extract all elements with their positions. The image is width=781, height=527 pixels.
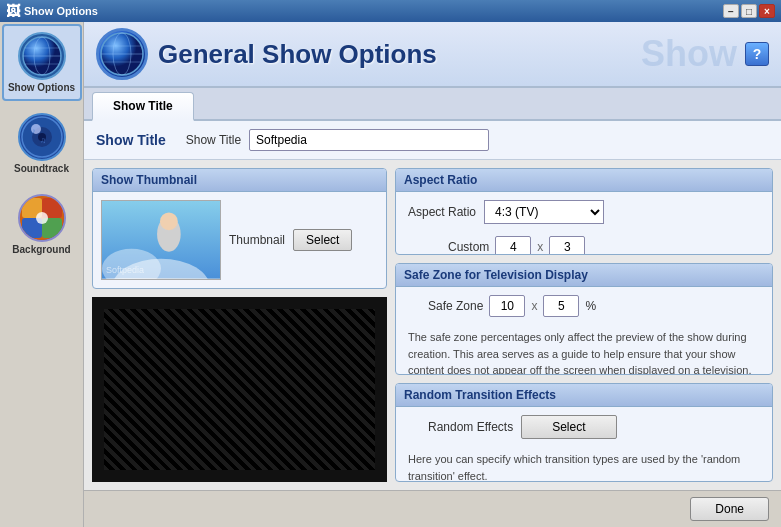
aspect-ratio-panel: Aspect Ratio Aspect Ratio 4:3 (TV) 16:9 … [395,168,773,255]
svg-point-16 [36,212,48,224]
show-title-input[interactable] [249,129,489,151]
aspect-ratio-header: Aspect Ratio [396,169,772,192]
two-col-layout: Show Thumbnail [84,160,781,490]
aspect-ratio-row: Aspect Ratio 4:3 (TV) 16:9 (HD) Custom [396,192,772,232]
thumbnail-label: Thumbnail [229,233,285,247]
done-button[interactable]: Done [690,497,769,521]
titlebar-controls: − □ × [723,4,775,18]
titlebar: 🖼 Show Options − □ × [0,0,781,22]
background-icon [18,194,66,242]
random-transition-header: Random Transition Effects [396,384,772,407]
thumbnail-area: Softpedia Thumbnail Select [93,192,386,288]
minimize-button[interactable]: − [723,4,739,18]
sidebar-label-show-options: Show Options [8,82,75,93]
soundtrack-icon: ♪ ♫ [18,113,66,161]
safe-zone-y-input[interactable] [543,295,579,317]
header-title: General Show Options [158,39,641,70]
safe-zone-header: Safe Zone for Television Display [396,264,772,287]
custom-separator: x [537,240,543,254]
safe-zone-description: The safe zone percentages only affect th… [396,325,772,375]
custom-label: Custom [448,240,489,254]
custom-y-input[interactable] [549,236,585,255]
titlebar-title: Show Options [24,5,98,17]
tab-show-title[interactable]: Show Title [92,92,194,121]
svg-text:♫: ♫ [40,136,46,145]
sidebar: Show Options ♪ ♫ Soundtrack [0,22,84,527]
random-effects-label: Random Effects [428,420,513,434]
header-globe-svg [99,31,145,77]
random-effects-row: Random Effects Select [396,407,772,447]
thumbnail-image: Softpedia [101,200,221,280]
safe-zone-label: Safe Zone [428,299,483,313]
left-column: Show Thumbnail [92,168,387,482]
main-container: Show Options ♪ ♫ Soundtrack [0,22,781,527]
softpedia-watermark: Softpedia [106,265,144,275]
sidebar-item-show-options[interactable]: Show Options [2,24,82,101]
safe-zone-row: Safe Zone x % [396,287,772,325]
show-title-bar: Show Title Show Title [84,121,781,160]
safe-zone-panel: Safe Zone for Television Display Safe Zo… [395,263,773,375]
show-options-icon [18,32,66,80]
content-area: General Show Options Show ? Show Title S… [84,22,781,527]
random-effects-select-button[interactable]: Select [521,415,616,439]
right-column: Aspect Ratio Aspect Ratio 4:3 (TV) 16:9 … [395,168,773,482]
custom-x-input[interactable] [495,236,531,255]
soundtrack-svg: ♪ ♫ [20,115,64,159]
titlebar-icon: 🖼 [6,3,20,19]
aspect-ratio-select[interactable]: 4:3 (TV) 16:9 (HD) Custom [484,200,604,224]
safe-zone-separator: x [531,299,537,313]
svg-text:♪: ♪ [32,127,36,134]
preview-box [92,297,387,482]
header-globe-icon [96,28,148,80]
header: General Show Options Show ? [84,22,781,88]
sidebar-item-background[interactable]: Background [2,186,82,263]
tab-bar: Show Title [84,88,781,121]
preview-inner [104,309,375,470]
background-svg [20,196,64,240]
help-button[interactable]: ? [745,42,769,66]
safe-zone-percent: % [585,299,596,313]
svg-point-26 [160,212,178,230]
random-transition-panel: Random Transition Effects Random Effects… [395,383,773,482]
custom-row: Custom x [396,232,772,255]
show-title-field-label: Show Title [186,133,241,147]
maximize-button[interactable]: □ [741,4,757,18]
thumbnail-panel-header: Show Thumbnail [93,169,386,192]
bottom-bar: Done [84,490,781,527]
random-transition-description: Here you can specify which transition ty… [396,447,772,482]
thumbnail-panel: Show Thumbnail [92,168,387,289]
sidebar-item-soundtrack[interactable]: ♪ ♫ Soundtrack [2,105,82,182]
aspect-ratio-label: Aspect Ratio [408,205,476,219]
safe-zone-x-input[interactable] [489,295,525,317]
header-watermark: Show [641,33,737,75]
globe-svg [21,35,63,77]
sidebar-label-soundtrack: Soundtrack [14,163,69,174]
show-title-section-label: Show Title [96,132,166,148]
sidebar-label-background: Background [12,244,70,255]
thumbnail-select-button[interactable]: Select [293,229,352,251]
close-button[interactable]: × [759,4,775,18]
